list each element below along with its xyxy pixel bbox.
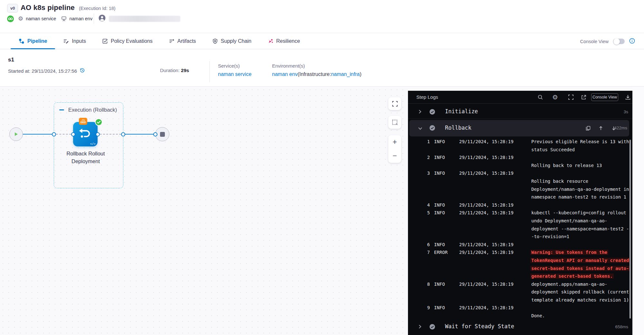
policy-icon <box>102 38 108 44</box>
tab-policy-evaluations[interactable]: Policy Evaluations <box>94 33 161 49</box>
log-timestamp: 29/11/2024, 15:28:19 <box>459 242 514 247</box>
tab-artifacts[interactable]: Artifacts <box>161 33 204 49</box>
search-icon[interactable] <box>537 94 544 101</box>
log-message: Done. <box>531 313 545 318</box>
app-header: v0 AO k8s pipeline (Execution Id: 18) ⚙ … <box>0 0 644 33</box>
log-timestamp: 29/11/2024, 15:28:19 <box>459 282 514 287</box>
log-level: INFO <box>434 202 445 208</box>
version-badge[interactable]: v0 <box>7 4 18 13</box>
header-env-label[interactable]: naman env <box>69 16 92 21</box>
fit-to-screen-button[interactable] <box>388 97 401 110</box>
console-view-toggle[interactable] <box>613 39 625 44</box>
log-level: INFO <box>434 171 445 176</box>
tab-label: Resilience <box>276 38 300 44</box>
env-link[interactable]: naman env <box>272 71 298 77</box>
collapse-icon[interactable] <box>59 109 64 110</box>
tab-bar: PipelineInputsPolicy EvaluationsArtifact… <box>0 33 644 49</box>
log-message: status Succeeded <box>531 147 575 152</box>
scroll-up-icon[interactable] <box>598 125 604 131</box>
header-meta-row: ⚙ naman service naman env <box>7 14 92 23</box>
log-message: deployment.apps/naman-qa-ao- <box>531 282 607 287</box>
tab-supply-chain[interactable]: Supply Chain <box>204 33 260 49</box>
download-icon[interactable] <box>624 94 631 101</box>
tab-pipeline[interactable]: Pipeline <box>11 33 55 49</box>
header-service-label[interactable]: naman service <box>26 16 56 21</box>
started-at-text: Started at: 29/11/2024, 15:27:56 <box>8 68 77 74</box>
log-message: Previous eligible Release is 13 with <box>531 139 629 144</box>
open-in-new-icon[interactable] <box>580 94 587 101</box>
tab-inputs[interactable]: Inputs <box>55 33 94 49</box>
tab-label: Pipeline <box>27 38 47 44</box>
duration-label: Duration: <box>160 68 180 73</box>
log-message: deployment --namespace=naman-test2 - <box>531 226 629 231</box>
log-timestamp: 29/11/2024, 15:28:19 <box>459 139 514 144</box>
rollback-arrow-icon <box>77 126 92 141</box>
tab-label: Artifacts <box>177 38 196 44</box>
edge-start-to-group <box>23 134 54 135</box>
stop-icon <box>160 132 165 137</box>
log-row: generated secret-based tokens. <box>408 273 632 281</box>
log-row: Deployment/naman-qa-ao-deployment in <box>408 186 632 194</box>
console-view-button[interactable]: Console View <box>591 93 618 101</box>
log-level: INFO <box>434 155 445 160</box>
log-row: 2INFO29/11/2024, 15:28:19 <box>408 154 632 162</box>
log-row: status Succeeded <box>408 146 632 154</box>
pipeline-start-node[interactable] <box>9 127 23 141</box>
infra-link[interactable]: naman_infra <box>331 71 360 77</box>
log-row: 7ERROR29/11/2024, 15:28:19Warning: Use t… <box>408 249 632 257</box>
environment-line: naman env(Infrastructure:naman_infra) <box>272 71 361 77</box>
step-row-wait-for-steady-state[interactable]: Wait for Steady State 658ms <box>408 320 632 334</box>
cd-module-icon <box>7 15 14 22</box>
edge-group-to-node <box>56 134 71 135</box>
step-row-initialize[interactable]: Initialize 3s <box>408 105 632 119</box>
node-label: Rollback Rollout Deployment <box>58 150 113 165</box>
tab-label: Policy Evaluations <box>111 38 153 44</box>
step-logs-panel: Step Logs ⚙ Console View <box>408 91 632 335</box>
resilience-icon <box>268 38 273 44</box>
gear-icon[interactable]: ⚙ <box>18 16 23 22</box>
log-message: undo Deployment/naman-qa-ao- <box>531 218 607 223</box>
settings-gear-icon[interactable]: ⚙ <box>552 94 559 101</box>
service-link[interactable]: naman service <box>218 71 251 77</box>
tab-resilience[interactable]: Resilience <box>260 33 308 49</box>
right-margin <box>632 87 644 335</box>
log-timestamp: 29/11/2024, 15:28:19 <box>459 250 514 255</box>
connector-dot <box>52 132 56 136</box>
zoom-out-button[interactable]: − <box>388 149 401 163</box>
stage-name: s1 <box>8 57 14 63</box>
tab-label: Supply Chain <box>221 38 251 44</box>
log-row: TokenRequest API or manually created <box>408 257 632 265</box>
stage-summary-bar: s1 Started at: 29/11/2024, 15:27:56 Dura… <box>0 50 644 87</box>
log-scrollbar[interactable] <box>630 140 631 319</box>
log-row: 4INFO29/11/2024, 15:28:19 <box>408 201 632 209</box>
log-message: kubectl --kubeconfig=config rollout <box>531 210 626 215</box>
services-label: Service(s) <box>218 63 240 69</box>
zoom-in-button[interactable]: + <box>388 135 401 149</box>
stage-started: Started at: 29/11/2024, 15:27:56 <box>8 68 85 74</box>
step-row-rollback[interactable]: Rollback 422ms <box>408 120 632 136</box>
duration-value: 29s <box>181 68 189 73</box>
connector-dot <box>153 132 157 136</box>
copy-icon[interactable] <box>585 125 591 131</box>
log-timestamp: 29/11/2024, 15:28:19 <box>459 305 514 310</box>
chevron-right-icon[interactable] <box>418 324 422 330</box>
log-message: Deployment/naman-qa-ao-deployment in <box>531 187 629 192</box>
step-success-icon <box>429 109 435 116</box>
log-row: deployment --namespace=naman-test2 - <box>408 225 632 233</box>
log-level: INFO <box>434 210 445 215</box>
history-icon[interactable] <box>80 68 85 74</box>
info-icon[interactable] <box>629 38 635 45</box>
chevron-down-icon[interactable] <box>418 126 422 132</box>
log-row: 1INFO29/11/2024, 15:28:19Previous eligib… <box>408 138 632 146</box>
fullscreen-icon[interactable] <box>567 94 574 101</box>
marquee-select-button[interactable] <box>388 116 401 129</box>
avatar <box>99 14 106 23</box>
step-success-icon <box>429 324 435 331</box>
edge-group-to-end <box>123 134 155 135</box>
rollback-step-node[interactable]: </> <box>73 122 98 146</box>
chevron-right-icon[interactable] <box>418 109 422 115</box>
log-line-number: 7 <box>414 250 430 255</box>
environment-icon <box>61 16 67 22</box>
log-row: namespace naman-test2 to revision 1 <box>408 193 632 201</box>
log-line-number: 4 <box>414 202 430 208</box>
